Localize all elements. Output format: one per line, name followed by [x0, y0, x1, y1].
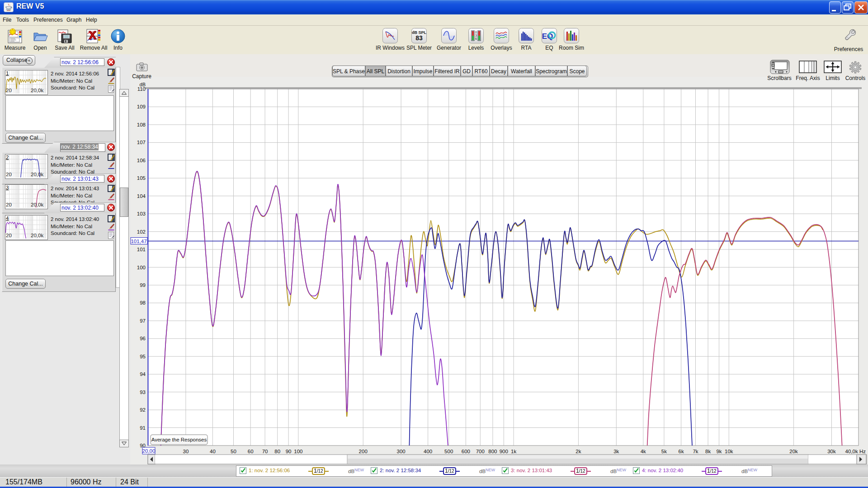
svg-text:400: 400 — [424, 449, 432, 454]
svg-text:3: 3 — [475, 34, 477, 37]
svg-text:6k: 6k — [679, 449, 684, 454]
svg-text:100: 100 — [294, 449, 302, 454]
svg-text:93: 93 — [140, 389, 146, 395]
svg-text:102: 102 — [137, 229, 146, 235]
svg-text:dB: dB — [140, 82, 146, 87]
svg-text:90: 90 — [286, 449, 292, 454]
svg-text:4k: 4k — [641, 449, 646, 454]
svg-text:9k: 9k — [716, 449, 722, 454]
svg-text:80: 80 — [274, 449, 280, 454]
svg-text:101: 101 — [137, 247, 146, 252]
svg-text:94: 94 — [140, 371, 146, 377]
svg-text:92: 92 — [140, 407, 146, 413]
svg-text:900: 900 — [500, 449, 508, 454]
svg-text:98: 98 — [140, 300, 146, 305]
svg-text:800: 800 — [488, 449, 497, 454]
svg-text:103: 103 — [137, 211, 146, 216]
svg-text:200: 200 — [359, 449, 368, 454]
svg-text:3k: 3k — [613, 449, 619, 454]
svg-text:60: 60 — [248, 449, 254, 454]
svg-text:6: 6 — [475, 37, 477, 40]
svg-text:109: 109 — [137, 104, 146, 109]
svg-text:20,00: 20,00 — [142, 448, 156, 454]
svg-text:100: 100 — [137, 265, 146, 270]
svg-text:2k: 2k — [576, 449, 581, 454]
svg-text:EQ: EQ — [542, 32, 553, 41]
svg-text:108: 108 — [137, 122, 146, 127]
svg-text:1k: 1k — [511, 449, 516, 454]
svg-text:83: 83 — [415, 34, 423, 42]
svg-text:30k: 30k — [827, 449, 836, 454]
svg-text:0: 0 — [475, 31, 477, 34]
svg-text:101,47: 101,47 — [131, 239, 146, 244]
svg-text:95: 95 — [140, 354, 146, 359]
svg-text:40,0k Hz: 40,0k Hz — [845, 449, 866, 454]
svg-text:5k: 5k — [661, 449, 667, 454]
svg-text:20k: 20k — [789, 449, 798, 454]
svg-text:30: 30 — [183, 449, 189, 454]
svg-text:8k: 8k — [705, 449, 711, 454]
svg-text:7k: 7k — [693, 449, 698, 454]
svg-text:96: 96 — [140, 336, 146, 341]
svg-text:Average the Responses: Average the Responses — [151, 437, 207, 442]
svg-text:40: 40 — [210, 449, 216, 454]
svg-text:10k: 10k — [725, 449, 733, 454]
svg-text:107: 107 — [137, 140, 146, 145]
svg-text:99: 99 — [140, 282, 146, 288]
svg-text:105: 105 — [137, 175, 146, 181]
svg-text:91: 91 — [140, 425, 146, 431]
svg-text:106: 106 — [137, 158, 146, 163]
svg-text:500: 500 — [444, 449, 453, 454]
svg-text:70: 70 — [262, 449, 268, 454]
svg-text:104: 104 — [137, 193, 146, 199]
svg-text:600: 600 — [462, 449, 470, 454]
svg-text:97: 97 — [140, 318, 146, 324]
svg-text:700: 700 — [476, 449, 485, 454]
svg-text:50: 50 — [231, 449, 236, 454]
svg-text:300: 300 — [397, 449, 406, 454]
